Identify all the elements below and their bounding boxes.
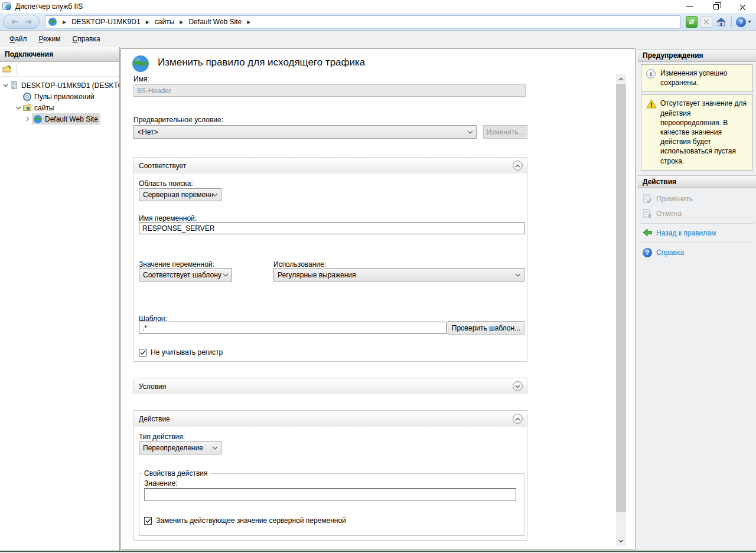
title-bar: Диспетчер служб IIS: [0, 0, 756, 13]
tree-label-sites: сайты: [34, 104, 54, 112]
actions-separator: [640, 223, 754, 224]
home-icon[interactable]: [715, 16, 727, 28]
close-button[interactable]: [729, 0, 756, 13]
match-section-title: Соответствует: [139, 162, 186, 170]
breadcrumb-default-web-site[interactable]: Default Web Site: [188, 18, 242, 26]
collapse-match-button[interactable]: [513, 161, 523, 171]
window-title: Диспетчер служб IIS: [15, 2, 83, 11]
back-arrow-icon: [643, 228, 652, 238]
menu-help[interactable]: Справка: [68, 32, 105, 45]
toolbar-separator: [17, 64, 17, 74]
pattern-input[interactable]: [139, 322, 447, 334]
crumb-separator-icon: ▶: [247, 19, 250, 25]
vertical-scrollbar[interactable]: [616, 74, 626, 546]
warning-icon: [646, 99, 657, 109]
scope-value: Серверная переменн: [143, 191, 213, 199]
tree-item-server[interactable]: DESKTOP-U1MK9D1 (DESKTOP: [0, 80, 119, 91]
help-link[interactable]: ? Справка: [638, 246, 756, 259]
iis-manager-window: Диспетчер служб IIS ▶ DESKTOP-U1MK9D1 ▶ …: [0, 0, 756, 553]
page-title: Изменить правило для исходящего трафика: [158, 57, 365, 68]
crumb-separator-icon: ▶: [63, 19, 66, 25]
apply-label: Применить: [656, 195, 693, 203]
actions-header: Действия: [638, 175, 756, 188]
precondition-value: <Нет>: [138, 128, 158, 136]
chevron-right-icon[interactable]: [24, 116, 32, 122]
info-notification: i Изменения успешно сохранены.: [641, 64, 753, 92]
tree-item-app-pools[interactable]: Пулы приложений: [0, 91, 119, 102]
app-pools-icon: [22, 92, 32, 102]
right-panel: Предупреждения i Изменения успешно сохра…: [638, 47, 756, 551]
forward-icon[interactable]: [24, 19, 32, 25]
chevron-down-icon[interactable]: [1, 84, 9, 87]
action-type-select[interactable]: Переопределение: [139, 441, 221, 454]
tree-item-sites[interactable]: сайты: [0, 102, 119, 113]
scrollbar-thumb[interactable]: [616, 84, 626, 512]
help-icon: ?: [736, 17, 746, 27]
apply-icon: [643, 194, 652, 204]
usage-value: Регулярные выражения: [278, 271, 356, 279]
match-section: Соответствует Область поиска: Серверная …: [133, 157, 527, 362]
cancel-action[interactable]: Отмена: [638, 207, 756, 220]
tree-item-default-web-site[interactable]: Default Web Site: [0, 113, 119, 125]
cancel-label: Отмена: [656, 210, 682, 218]
menu-file[interactable]: Файл: [5, 32, 32, 45]
connections-toolbar: [0, 62, 119, 77]
menu-view[interactable]: Режим: [34, 32, 66, 45]
minimize-button[interactable]: [676, 0, 703, 13]
replace-value-checkbox[interactable]: Заменить действующее значение серверной …: [144, 516, 346, 525]
usage-select[interactable]: Регулярные выражения: [273, 268, 524, 282]
help-menu-button[interactable]: ?: [736, 17, 751, 27]
cancel-icon: [643, 209, 652, 218]
back-icon[interactable]: [11, 19, 19, 25]
selected-tree-item: Default Web Site: [32, 113, 100, 125]
server-icon: [9, 81, 19, 90]
actions-separator: [640, 243, 754, 243]
action-type-label: Тип действия:: [139, 433, 185, 441]
variable-value-select[interactable]: Соответствует шаблону: [139, 268, 232, 282]
edit-precondition-button[interactable]: Изменить...: [483, 125, 527, 139]
breadcrumb: ▶ DESKTOP-U1MK9D1 ▶ сайты ▶ Default Web …: [45, 15, 680, 28]
back-to-rules-link[interactable]: Назад к правилам: [638, 227, 756, 240]
collapse-action-button[interactable]: [513, 414, 523, 424]
stop-icon[interactable]: [700, 16, 712, 28]
breadcrumb-server[interactable]: DESKTOP-U1MK9D1: [71, 18, 140, 26]
edit-outbound-rule-page: Изменить правило для исходящего трафика …: [120, 48, 636, 549]
chevron-down-icon: [223, 273, 229, 277]
toolbar-separator: [731, 17, 732, 27]
scroll-down-icon[interactable]: [616, 536, 626, 546]
ignore-case-checkbox[interactable]: Не учитывать регистр: [139, 348, 223, 356]
action-value-input[interactable]: [144, 488, 516, 501]
chevron-down-icon: [515, 273, 521, 277]
scope-select[interactable]: Серверная переменн: [139, 188, 221, 201]
info-icon: i: [646, 69, 656, 78]
scroll-up-icon[interactable]: [616, 74, 626, 84]
save-connection-icon[interactable]: [2, 64, 12, 74]
expand-conditions-button[interactable]: [513, 381, 523, 391]
action-type-value: Переопределение: [143, 444, 203, 452]
chevron-down-icon: [212, 193, 218, 197]
name-field[interactable]: [133, 84, 526, 97]
scope-label: Область поиска:: [139, 179, 193, 188]
sites-folder-icon: [22, 103, 32, 113]
apply-action[interactable]: Применить: [638, 192, 756, 205]
chevron-down-icon: [748, 21, 751, 23]
breadcrumb-sites[interactable]: сайты: [155, 18, 175, 26]
globe-icon[interactable]: [48, 17, 57, 27]
connections-header: Подключения: [0, 47, 119, 62]
tree-label-default-web-site: Default Web Site: [45, 115, 98, 123]
tree-label-server: DESKTOP-U1MK9D1 (DESKTOP: [21, 81, 119, 90]
action-properties-group: Свойства действия Значение: Заменить дей…: [139, 469, 524, 536]
precondition-select[interactable]: <Нет>: [133, 125, 477, 139]
variable-name-input[interactable]: [139, 222, 524, 234]
variable-name-label: Имя переменной:: [139, 214, 197, 222]
refresh-icon[interactable]: [686, 16, 698, 28]
restore-button[interactable]: [703, 0, 729, 13]
chevron-down-icon[interactable]: [14, 106, 22, 110]
warning-notification: Отсутствует значение для действия переоп…: [641, 94, 753, 170]
chevron-down-icon: [212, 446, 218, 450]
warnings-header: Предупреждения: [638, 49, 756, 62]
connections-tree: DESKTOP-U1MK9D1 (DESKTOP Пулы приложений…: [0, 77, 119, 125]
test-pattern-button[interactable]: Проверить шаблон...: [448, 321, 524, 335]
usage-label: Использование:: [273, 260, 326, 269]
checkbox-checked-icon: [144, 517, 152, 525]
